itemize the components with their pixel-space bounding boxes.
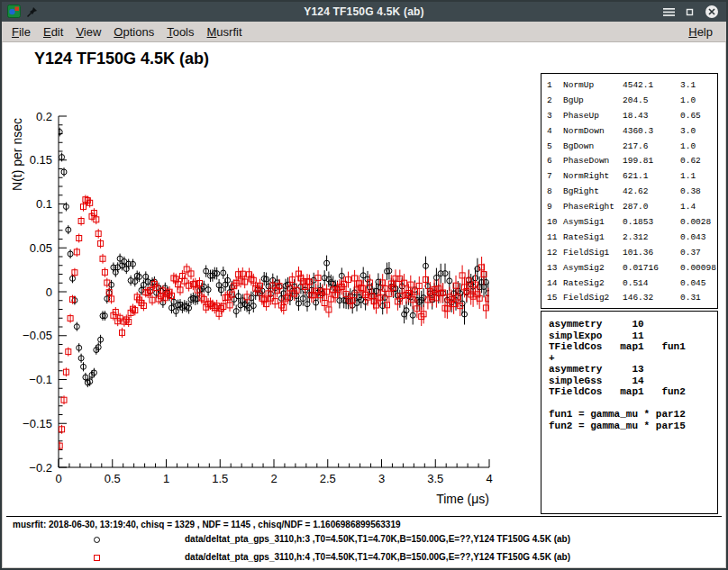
svg-text:−0.2: −0.2: [29, 461, 52, 475]
series-h3: [57, 128, 491, 387]
menu-file[interactable]: File: [5, 23, 37, 41]
svg-text:−0.05: −0.05: [23, 329, 52, 342]
theory-line: TFieldCos map1 fun2: [549, 386, 717, 398]
parameter-err: 0.00098: [680, 261, 717, 276]
parameter-row: 4NormDown4360.33.0: [547, 124, 717, 140]
svg-text:−0.15: −0.15: [23, 417, 52, 430]
parameter-err: 3.0: [680, 124, 717, 140]
parameter-name: AsymSig1: [563, 215, 623, 231]
svg-text:0.2: 0.2: [36, 110, 52, 123]
parameter-val: 204.5: [623, 94, 680, 109]
parameter-val: 4360.3: [623, 124, 680, 140]
parameter-val: 146.32: [623, 291, 680, 306]
parameter-val: 217.6: [623, 140, 680, 155]
parameter-err: 0.31: [680, 291, 717, 306]
parameter-err: 0.043: [680, 231, 717, 246]
svg-text:1: 1: [163, 472, 169, 485]
parameter-no: 8: [547, 185, 563, 200]
legend-entry: data/deltat_pta_gps_3110,h:4 ,T0=4.50K,T…: [3, 552, 725, 566]
parameter-val: 2.312: [623, 231, 680, 246]
parameter-val: 0.514: [623, 276, 680, 292]
parameter-no: 14: [547, 276, 563, 292]
parameter-err: 0.38: [680, 185, 717, 200]
svg-text:0.5: 0.5: [105, 472, 121, 485]
parameter-name: FieldSig2: [563, 291, 623, 306]
parameter-no: 4: [547, 124, 563, 140]
x-axis-title: Time (μs): [436, 492, 489, 506]
minimize-button[interactable]: [685, 7, 695, 17]
parameter-val: 4542.1: [623, 78, 680, 94]
parameter-name: PhaseUp: [563, 109, 623, 124]
parameter-err: 0.045: [680, 276, 717, 292]
parameter-no: 5: [547, 140, 563, 155]
menu-help[interactable]: Help: [682, 23, 719, 41]
svg-text:0.15: 0.15: [30, 153, 52, 167]
parameter-val: 18.43: [623, 109, 680, 124]
parameter-no: 15: [547, 291, 563, 306]
svg-text:2: 2: [270, 472, 277, 485]
parameter-name: RateSig2: [563, 276, 623, 292]
parameter-name: BgUp: [563, 94, 623, 109]
app-icon: [7, 5, 21, 22]
minimize-icon: [685, 7, 695, 17]
parameter-val: 0.01716: [623, 261, 680, 276]
window-menu-button[interactable]: [663, 7, 675, 17]
parameter-row: 6PhaseDown199.810.62: [547, 154, 717, 169]
svg-text:0.05: 0.05: [30, 241, 52, 255]
parameter-val: 101.36: [623, 246, 680, 261]
titlebar[interactable]: Y124 TF150G 4.5K (ab): [2, 2, 726, 22]
parameter-no: 3: [547, 109, 563, 124]
legend-label: data/deltat_pta_gps_3110,h:3 ,T0=4.50K,T…: [185, 534, 570, 544]
page-title: Y124 TF150G 4.5K (ab): [34, 50, 209, 68]
svg-text:2.5: 2.5: [320, 472, 336, 485]
y-axis-title: N(t) per nsec: [10, 118, 24, 191]
musr-spectrum-plot[interactable]: 00.511.522.533.54−0.2−0.15−0.1−0.0500.05…: [5, 75, 527, 518]
parameter-row: 3PhaseUp18.430.65: [547, 109, 717, 124]
parameter-row: 15FieldSig2146.320.31: [547, 291, 717, 306]
parameter-name: PhaseRight: [563, 200, 623, 215]
parameter-err: 1.0: [680, 140, 717, 155]
parameter-name: NormDown: [563, 124, 623, 140]
legend-entry: data/deltat_pta_gps_3110,h:3 ,T0=4.50K,T…: [3, 534, 725, 548]
parameter-name: BgRight: [563, 185, 623, 200]
series-h4: [57, 195, 491, 450]
parameter-name: AsymSig2: [563, 261, 623, 276]
menu-options[interactable]: Options: [107, 23, 160, 41]
root-canvas: Y124 TF150G 4.5K (ab) 00.511.522.533.54−…: [3, 42, 725, 567]
parameter-row: 11RateSig12.3120.043: [547, 231, 717, 246]
theory-line: TFieldCos map1 fun1: [549, 341, 717, 353]
menu-view[interactable]: View: [69, 23, 107, 41]
menu-edit[interactable]: Edit: [37, 23, 69, 41]
parameter-err: 0.0028: [680, 215, 717, 231]
parameter-name: NormRight: [563, 169, 623, 185]
menu-musrfit[interactable]: Musrfit: [201, 23, 249, 41]
menubar: FileEditViewOptionsToolsMusrfit Help: [2, 22, 726, 42]
parameter-no: 6: [547, 154, 563, 169]
parameter-row: 2BgUp204.51.0: [547, 94, 717, 109]
theory-line: fun1 = gamma_mu * par12: [549, 409, 717, 421]
parameter-val: 621.1: [623, 169, 680, 185]
axis-frame: [59, 116, 489, 467]
theory-line: [549, 398, 717, 410]
parameter-row: 14RateSig20.5140.045: [547, 276, 717, 292]
parameter-val: 0.1853: [623, 215, 680, 231]
window-title: Y124 TF150G 4.5K (ab): [2, 5, 726, 18]
parameter-row: 10AsymSig10.18530.0028: [547, 215, 717, 231]
square-marker-icon: [94, 555, 100, 561]
hamburger-icon: [663, 7, 675, 17]
parameter-row: 12FieldSig1101.360.37: [547, 246, 717, 261]
close-button[interactable]: [705, 5, 719, 19]
parameter-err: 0.37: [680, 246, 717, 261]
pin-icon[interactable]: [26, 5, 38, 22]
menu-tools[interactable]: Tools: [160, 23, 200, 41]
svg-text:0.1: 0.1: [36, 197, 52, 211]
parameter-name: PhaseDown: [563, 154, 623, 169]
theory-box: asymmetry 10simplExpo 11TFieldCos map1 f…: [541, 311, 718, 514]
parameter-box: 1NormUp4542.13.12BgUp204.51.03PhaseUp18.…: [541, 73, 718, 309]
theory-line: +: [549, 353, 717, 365]
theory-line: asymmetry 10: [549, 319, 717, 330]
separator-line: [6, 516, 722, 517]
parameter-row: 8BgRight42.620.38: [547, 185, 717, 200]
parameter-err: 1.1: [680, 169, 717, 185]
parameter-no: 12: [547, 246, 563, 261]
